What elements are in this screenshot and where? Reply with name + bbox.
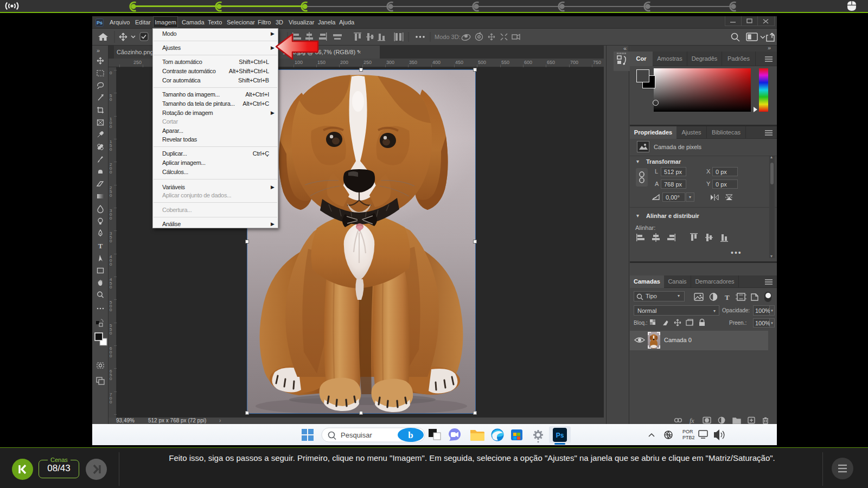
svg-text:T: T [98,242,103,250]
svg-text:PTB2: PTB2 [682,435,695,440]
svg-text:Ps: Ps [556,432,564,439]
svg-text:Modo 3D:: Modo 3D: [435,34,461,40]
svg-text:b: b [408,430,413,440]
svg-text:fx: fx [690,417,694,424]
svg-text:T: T [725,293,730,301]
svg-text:POR: POR [682,429,693,434]
svg-text:Pesquisar: Pesquisar [341,431,372,439]
